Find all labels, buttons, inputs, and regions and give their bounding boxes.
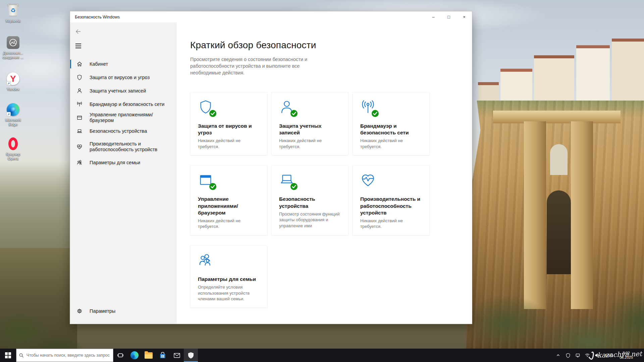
hidden-icons-chevron[interactable] bbox=[554, 349, 562, 362]
wallpaper-bridge-upper-arch bbox=[550, 144, 568, 175]
folder-icon bbox=[145, 352, 153, 359]
main-content: Краткий обзор безопасности Просмотрите с… bbox=[177, 22, 472, 324]
minimize-button[interactable]: – bbox=[426, 11, 441, 22]
shortcut-arrow-icon: ↗ bbox=[6, 112, 11, 116]
window-title: Безопасность Windows bbox=[70, 15, 426, 19]
search-icon bbox=[19, 353, 24, 358]
card-status: Просмотр состояния функций защиты оборуд… bbox=[279, 211, 341, 229]
desktop-icon-recycle-bin[interactable]: ♻ Корзина bbox=[0, 3, 26, 23]
taskbar-clock[interactable]: 8:02 06.2025 bbox=[618, 349, 635, 362]
ok-check-badge bbox=[209, 183, 216, 190]
laptop-icon bbox=[76, 128, 83, 134]
taskbar-search[interactable] bbox=[16, 349, 113, 362]
maximize-button[interactable]: □ bbox=[441, 11, 457, 22]
windows-security-taskbar-button[interactable] bbox=[184, 349, 198, 362]
card-app-browser-control[interactable]: Управление приложениями/браузером Никаки… bbox=[190, 165, 267, 235]
ok-check-badge bbox=[290, 110, 298, 117]
card-status: Никаких действий не требуется. bbox=[360, 138, 422, 149]
card-family-options[interactable]: Параметры для семьи Определяйте условия … bbox=[190, 245, 267, 308]
card-status: Никаких действий не требуется. bbox=[198, 218, 260, 230]
edge-icon bbox=[130, 351, 139, 359]
desktop-icon-edge[interactable]: ↗ Microsoft Edge bbox=[0, 103, 26, 127]
card-account-protection[interactable]: Защита учетных записей Никаких действий … bbox=[271, 92, 348, 155]
card-virus-protection[interactable]: Защита от вирусов и угроз Никаких действ… bbox=[190, 92, 267, 155]
desktop-icon-label: Дополнит... bbox=[3, 51, 23, 55]
sidebar-item-account-protection[interactable]: Защита учетных записей bbox=[70, 84, 177, 98]
desktop-icon-label: Edge bbox=[9, 122, 18, 126]
sidebar-item-family-options[interactable]: Параметры для семьи bbox=[70, 156, 177, 169]
tray-device-icon[interactable] bbox=[574, 349, 581, 362]
wallpaper-bridge-deck bbox=[493, 111, 621, 123]
card-device-performance[interactable]: Производительность и работоспособность у… bbox=[353, 165, 430, 235]
card-title: Защита учетных записей bbox=[279, 123, 341, 136]
start-button[interactable] bbox=[0, 349, 16, 362]
edge-taskbar-button[interactable] bbox=[127, 349, 142, 362]
sidebar-item-home[interactable]: Кабинет bbox=[70, 57, 177, 71]
sidebar-nav: Кабинет Защита от вирусов и угроз bbox=[70, 57, 177, 169]
microsoft-store-button[interactable] bbox=[156, 349, 170, 362]
tray-security-icon[interactable] bbox=[564, 349, 572, 362]
card-firewall[interactable]: Брандмауэр и безопасность сети Никаких д… bbox=[353, 92, 430, 155]
desktop-icon-label: Корзина bbox=[6, 19, 20, 23]
card-status: Никаких действий не требуется. bbox=[198, 138, 260, 149]
card-title: Безопасность устройства bbox=[279, 196, 341, 209]
sidebar-item-settings[interactable]: Параметры bbox=[70, 304, 177, 318]
ok-check-badge bbox=[372, 110, 379, 117]
ok-check-badge bbox=[290, 183, 298, 190]
sidebar-item-device-performance[interactable]: Производительность и работоспособность у… bbox=[70, 138, 177, 156]
card-status: Никаких действий не требуется. bbox=[279, 138, 341, 149]
card-title: Управление приложениями/браузером bbox=[198, 196, 260, 216]
recycle-bin-icon: ♻ bbox=[6, 3, 20, 17]
sidebar-item-label: Безопасность устройства bbox=[90, 128, 147, 134]
wallpaper-hills bbox=[0, 161, 77, 261]
mail-button[interactable] bbox=[170, 349, 184, 362]
clock-time: 8:02 bbox=[620, 351, 633, 355]
firewall-network-icon bbox=[76, 101, 83, 108]
sidebar-item-label: Управление приложениями/браузером bbox=[90, 112, 172, 123]
menu-button[interactable] bbox=[75, 43, 84, 49]
sidebar: Кабинет Защита от вирусов и угроз bbox=[70, 22, 177, 324]
windows-security-window: Безопасность Windows – □ × bbox=[70, 11, 472, 324]
desktop-icon-opera[interactable]: браузер Opera bbox=[0, 137, 26, 161]
task-view-button[interactable] bbox=[113, 349, 127, 362]
desktop-icon-yandex[interactable]: Y ↗ Yandex bbox=[0, 72, 26, 92]
system-tray: ENG 8:02 06.2025 bbox=[554, 349, 644, 362]
sidebar-item-label: Защита учетных записей bbox=[90, 88, 146, 94]
close-button[interactable]: × bbox=[457, 11, 472, 22]
search-input[interactable] bbox=[26, 353, 110, 358]
opera-icon bbox=[6, 137, 20, 151]
back-button[interactable] bbox=[75, 27, 85, 36]
desktop-icon-label: Microsoft bbox=[5, 118, 21, 122]
store-icon bbox=[159, 352, 166, 359]
wallpaper-bridge-arch bbox=[547, 190, 571, 274]
sidebar-item-device-security[interactable]: Безопасность устройства bbox=[70, 124, 177, 138]
desktop-icon-additional-info[interactable]: Дополнит... сведения ... bbox=[0, 36, 26, 60]
photo-app-icon bbox=[6, 36, 20, 50]
tray-network-icon[interactable] bbox=[584, 349, 591, 362]
file-explorer-button[interactable] bbox=[142, 349, 156, 362]
security-shield-icon bbox=[187, 352, 195, 359]
card-device-security[interactable]: Безопасность устройства Просмотр состоян… bbox=[271, 165, 348, 235]
taskbar: ENG 8:02 06.2025 bbox=[0, 349, 644, 362]
desktop-icon-label: браузер bbox=[6, 152, 20, 156]
person-icon bbox=[76, 87, 83, 94]
security-cards-grid: Защита от вирусов и угроз Никаких действ… bbox=[190, 92, 472, 308]
sidebar-item-label: Кабинет bbox=[90, 61, 108, 67]
tray-volume-icon[interactable] bbox=[593, 349, 601, 362]
windows-logo-icon bbox=[5, 352, 11, 358]
mail-icon bbox=[173, 352, 181, 359]
recycle-glyph: ♻ bbox=[10, 8, 15, 13]
sidebar-item-app-browser-control[interactable]: Управление приложениями/браузером bbox=[70, 111, 177, 124]
sidebar-item-firewall[interactable]: Брандмауэр и безопасность сети bbox=[70, 98, 177, 111]
card-title: Защита от вирусов и угроз bbox=[198, 123, 260, 136]
task-view-icon bbox=[117, 352, 124, 359]
language-indicator[interactable]: ENG bbox=[603, 349, 615, 362]
card-status: Никаких действий не требуется. bbox=[360, 218, 422, 230]
title-bar[interactable]: Безопасность Windows – □ × bbox=[70, 11, 472, 22]
sidebar-item-label: Производительность и работоспособность у… bbox=[90, 141, 172, 153]
card-title: Брандмауэр и безопасность сети bbox=[360, 123, 422, 136]
home-icon bbox=[76, 61, 83, 67]
card-status: Определяйте условия использования устрой… bbox=[198, 284, 260, 302]
sidebar-item-label: Брандмауэр и безопасность сети bbox=[90, 102, 164, 107]
sidebar-item-virus-protection[interactable]: Защита от вирусов и угроз bbox=[70, 71, 177, 84]
